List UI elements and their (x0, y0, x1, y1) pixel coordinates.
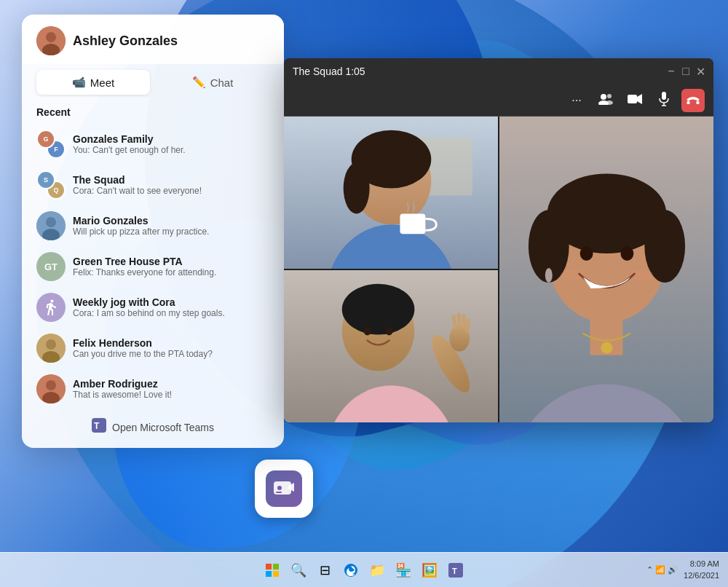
svg-rect-20 (662, 92, 666, 100)
group-avatar-squad: S Q (36, 170, 66, 200)
taskbar-edge-icon[interactable] (339, 559, 363, 582)
video-grid (284, 117, 713, 422)
list-item[interactable]: Amber Rodriguez That is awesome! Love it… (28, 369, 278, 409)
video-icon (628, 94, 642, 107)
svg-point-30 (344, 163, 370, 214)
svg-point-55 (630, 269, 653, 281)
list-item[interactable]: GT Green Tree House PTA Felix: Thanks ev… (28, 246, 278, 287)
avatar (36, 26, 66, 55)
svg-rect-31 (400, 213, 425, 234)
chat-panel: Ashley Gonzales 📹 Meet ✏️ Chat Recent G … (22, 15, 284, 448)
svg-rect-61 (276, 492, 282, 493)
teams-icon: T (92, 418, 106, 436)
svg-point-43 (386, 327, 393, 336)
svg-point-54 (561, 269, 584, 281)
meet-icon: 📹 (72, 76, 86, 89)
avatar-jog (36, 293, 66, 322)
participants-icon (598, 93, 613, 108)
list-item[interactable]: Weekly jog with Cora Cora: I am so behin… (28, 287, 278, 328)
taskbar-system-icons: ⌃ 📶 🔊 (646, 565, 678, 575)
list-item[interactable]: S Q The Squad Cora: Can't wait to see ev… (28, 165, 278, 205)
list-item[interactable]: Mario Gonzales Will pick up pizza after … (28, 205, 278, 246)
svg-marker-19 (637, 94, 642, 104)
video-call-title: The Squad 1:05 (293, 66, 667, 77)
taskbar-photos[interactable]: 🖼️ (418, 559, 441, 582)
svg-rect-65 (273, 571, 279, 577)
more-options-button[interactable]: ··· (565, 89, 588, 112)
svg-point-53 (620, 246, 633, 261)
chat-tab[interactable]: ✏️ Chat (156, 70, 269, 95)
svg-point-16 (607, 94, 612, 98)
hangup-button[interactable] (681, 89, 705, 112)
taskbar-icons: 🔍 ⊟ 📁 🏪 🖼️ T (261, 559, 467, 582)
contact-info: Gonzales Family You: Can't get enough of… (73, 133, 269, 155)
svg-point-4 (46, 217, 56, 227)
svg-rect-23 (687, 101, 690, 104)
contact-list: G F Gonzales Family You: Can't get enoug… (22, 124, 284, 409)
video-cell-3 (499, 117, 713, 422)
close-button[interactable]: ✕ (696, 67, 705, 76)
svg-point-52 (580, 246, 593, 261)
list-item[interactable]: G F Gonzales Family You: Can't get enoug… (28, 124, 278, 165)
avatar-mario (36, 211, 66, 240)
svg-rect-24 (697, 101, 700, 104)
svg-point-42 (364, 327, 371, 336)
contact-info: The Squad Cora: Can't wait to see everyo… (73, 174, 269, 196)
teams-floating-icon[interactable] (255, 460, 313, 518)
taskbar-store[interactable]: 🏪 (392, 559, 415, 582)
maximize-button[interactable]: □ (681, 67, 690, 76)
taskbar-file-explorer[interactable]: 📁 (365, 559, 389, 582)
svg-rect-62 (266, 564, 272, 570)
contact-info: Green Tree House PTA Felix: Thanks every… (73, 256, 269, 277)
hangup-icon (687, 94, 700, 107)
svg-text:T: T (94, 421, 100, 431)
minimize-button[interactable]: − (667, 67, 676, 76)
profile-header: Ashley Gonzales (22, 15, 284, 64)
meet-tab[interactable]: 📹 Meet (36, 70, 150, 95)
list-item[interactable]: Felix Henderson Can you drive me to the … (28, 328, 278, 369)
window-controls: − □ ✕ (667, 67, 705, 76)
avatar-greentree: GT (36, 252, 66, 281)
svg-line-37 (459, 315, 459, 326)
avatar-felix (36, 334, 66, 363)
video-cell-2 (284, 270, 498, 422)
call-toolbar: ··· (284, 84, 713, 117)
video-button[interactable] (623, 89, 646, 112)
video-cell-1 (284, 117, 498, 269)
video-titlebar: The Squad 1:05 − □ ✕ (284, 58, 713, 84)
taskbar-teams-icon[interactable]: T (444, 559, 467, 582)
profile-name: Ashley Gonzales (73, 34, 178, 49)
svg-point-14 (601, 94, 606, 100)
taskbar-search-button[interactable]: 🔍 (287, 559, 310, 582)
svg-point-41 (342, 284, 415, 335)
mic-icon (659, 92, 669, 109)
participants-button[interactable] (594, 89, 617, 112)
svg-text:T: T (452, 567, 457, 575)
svg-line-36 (454, 317, 455, 328)
taskbar-task-view[interactable]: ⊟ (313, 559, 336, 582)
svg-line-39 (467, 320, 468, 331)
svg-point-56 (545, 268, 553, 283)
more-icon: ··· (571, 94, 581, 107)
svg-rect-63 (273, 564, 279, 570)
taskbar-start-button[interactable] (261, 559, 284, 582)
svg-point-17 (606, 101, 613, 105)
svg-point-10 (46, 380, 56, 390)
video-call-window: The Squad 1:05 − □ ✕ ··· (284, 58, 713, 422)
avatar-part-1: G (36, 130, 55, 149)
open-teams-button[interactable]: T Open Microsoft Teams (22, 409, 284, 442)
recent-label: Recent (22, 103, 284, 124)
group-avatar-gonzales: G F (36, 130, 66, 159)
avatar-part-1: S (36, 170, 55, 189)
svg-point-1 (46, 32, 56, 42)
taskbar-clock: 8:09 AM 12/6/2021 (684, 559, 719, 581)
contact-info: Felix Henderson Can you drive me to the … (73, 337, 269, 359)
svg-point-7 (46, 339, 56, 350)
svg-rect-18 (628, 95, 637, 103)
avatar-image (36, 26, 66, 55)
svg-rect-64 (266, 571, 272, 577)
avatar-amber (36, 374, 66, 403)
svg-point-47 (601, 342, 613, 354)
taskbar-system-tray: ⌃ 📶 🔊 8:09 AM 12/6/2021 (646, 559, 719, 581)
mic-button[interactable] (652, 89, 676, 112)
